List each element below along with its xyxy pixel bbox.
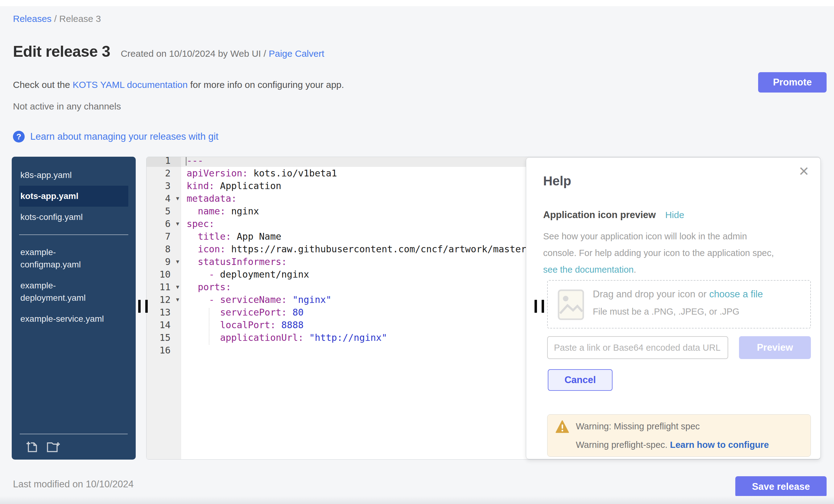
line-number: 6▼	[147, 217, 181, 230]
kots-yaml-docs-link[interactable]: KOTS YAML documentation	[72, 80, 188, 90]
line-number: 7	[147, 230, 181, 243]
created-info: Created on 10/10/2024 by Web UI / Paige …	[120, 48, 324, 59]
icon-preview-description: See how your application icon will look …	[543, 228, 774, 278]
line-number: 5	[147, 205, 181, 217]
description-line-2: console. For help adding your icon to th…	[543, 245, 774, 261]
icon-drop-area[interactable]: Drag and drop your icon or choose a file…	[547, 280, 811, 328]
docs-line-after: for more info on configuring your app.	[188, 80, 344, 90]
fold-arrow-icon[interactable]: ▼	[176, 192, 179, 205]
preflight-warning-box: Warning: Missing preflight spec Warning …	[547, 414, 811, 457]
git-help-link[interactable]: ? Learn about managing your releases wit…	[13, 131, 218, 143]
file-sidebar: k8s-app.yamlkots-app.yamlkots-config.yam…	[12, 157, 136, 460]
sidebar-item-kots-app-yaml[interactable]: kots-app.yaml	[19, 186, 128, 207]
learn-how-to-configure-link[interactable]: Learn how to configure	[670, 440, 769, 450]
pane-resize-handle-right[interactable]	[534, 300, 544, 313]
description-line-1: See how your application icon will look …	[543, 228, 774, 245]
drop-filetypes: File must be a .PNG, .JPEG, or .JPG	[593, 307, 739, 317]
line-number: 15	[147, 331, 181, 344]
line-number: 10	[147, 268, 181, 281]
file-list: k8s-app.yamlkots-app.yamlkots-config.yam…	[12, 157, 136, 329]
title-row: Edit release 3 Created on 10/10/2024 by …	[13, 43, 324, 61]
line-number: 13	[147, 306, 181, 319]
last-modified-text: Last modified on 10/10/2024	[13, 479, 134, 490]
line-number: 4▼	[147, 192, 181, 205]
git-help-label: Learn about managing your releases with …	[30, 131, 218, 142]
line-number: 8	[147, 243, 181, 256]
add-file-icon[interactable]	[25, 439, 40, 454]
sidebar-item-example-service-yaml[interactable]: example-service.yaml	[19, 308, 128, 329]
created-author-link[interactable]: Paige Calvert	[269, 48, 324, 59]
save-release-button[interactable]: Save release	[735, 476, 827, 497]
fold-arrow-icon[interactable]: ▼	[176, 256, 179, 268]
breadcrumb-releases-link[interactable]: Releases	[13, 14, 51, 24]
line-number: 11▼	[147, 281, 181, 293]
line-number: 3	[147, 179, 181, 192]
help-panel: ✕ Help Application icon preview Hide See…	[526, 157, 821, 459]
page-title: Edit release 3	[13, 43, 110, 61]
breadcrumb-current: Release 3	[59, 14, 101, 24]
see-documentation-link[interactable]: see the documentation	[543, 265, 634, 275]
cancel-button[interactable]: Cancel	[548, 369, 613, 391]
icon-preview-title: Application icon preview	[543, 210, 656, 220]
line-number: 2	[147, 167, 181, 179]
line-number: 1	[147, 157, 181, 167]
preview-button[interactable]: Preview	[739, 336, 811, 359]
promote-button[interactable]: Promote	[758, 72, 827, 92]
bottom-chrome-strip	[0, 496, 834, 504]
sidebar-item-kots-config-yaml[interactable]: kots-config.yaml	[19, 207, 128, 228]
line-number: 14	[147, 319, 181, 331]
warning-icon	[555, 420, 569, 433]
file-list-divider	[19, 235, 128, 235]
indent-guide	[209, 308, 210, 345]
close-icon[interactable]: ✕	[798, 165, 809, 178]
drop-instruction: Drag and drop your icon or choose a file	[593, 289, 763, 300]
add-folder-icon[interactable]	[46, 439, 61, 454]
image-placeholder-icon	[558, 289, 584, 320]
hide-link[interactable]: Hide	[665, 210, 684, 220]
line-number: 12▼	[147, 293, 181, 306]
question-icon: ?	[13, 131, 25, 143]
fold-arrow-icon[interactable]: ▼	[176, 293, 179, 306]
pane-resize-handle-left[interactable]	[138, 300, 148, 313]
docs-line: Check out the KOTS YAML documentation fo…	[13, 80, 344, 90]
choose-file-link[interactable]: choose a file	[709, 289, 763, 300]
sidebar-item-example-configmap-yaml[interactable]: example- configmap.yaml	[19, 242, 128, 275]
sidebar-item-k8s-app-yaml[interactable]: k8s-app.yaml	[19, 165, 128, 186]
drop-instruction-text: Drag and drop your icon or	[593, 289, 709, 300]
icon-url-input[interactable]	[547, 336, 728, 359]
channel-status: Not active in any channels	[13, 101, 121, 112]
fold-arrow-icon[interactable]: ▼	[176, 281, 179, 293]
line-number: 9▼	[147, 256, 181, 268]
breadcrumb: Releases / Release 3	[13, 14, 101, 24]
warning-text-1: Warning: Missing preflight spec	[576, 421, 700, 432]
created-prefix: Created on 10/10/2024 by Web UI /	[120, 48, 269, 59]
text-cursor	[186, 157, 186, 166]
description-line-3: see the documentation.	[543, 261, 774, 278]
warning-text-2-prefix: Warning preflight-spec.	[576, 440, 670, 450]
top-chrome-strip	[0, 0, 834, 6]
help-title: Help	[543, 174, 571, 189]
description-period: .	[634, 265, 636, 275]
warning-text-2: Warning preflight-spec. Learn how to con…	[576, 440, 769, 450]
sidebar-item-example-deployment-yaml[interactable]: example- deployment.yaml	[19, 275, 128, 308]
docs-line-before: Check out the	[13, 80, 72, 90]
breadcrumb-separator: /	[51, 14, 59, 24]
fold-arrow-icon[interactable]: ▼	[176, 217, 179, 230]
line-number: 16	[147, 344, 181, 356]
sidebar-bottom	[12, 434, 136, 460]
